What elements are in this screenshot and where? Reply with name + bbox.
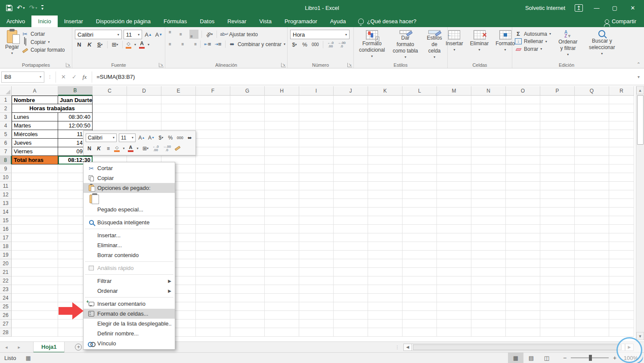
cell-O2[interactable] <box>506 104 540 113</box>
row-header-28[interactable]: 28 <box>0 328 12 337</box>
cell-J3[interactable] <box>334 113 368 121</box>
tab-archivo[interactable]: Archivo <box>0 16 31 27</box>
cell-P5[interactable] <box>540 130 575 139</box>
cell-N21[interactable] <box>471 268 506 276</box>
cell-J13[interactable] <box>334 199 368 208</box>
cell-M3[interactable] <box>437 113 471 121</box>
column-header-G[interactable]: G <box>230 86 265 96</box>
cell-M1[interactable] <box>437 96 471 104</box>
cell-F18[interactable] <box>196 242 230 251</box>
cell-G19[interactable] <box>230 251 265 259</box>
cell-R8[interactable] <box>609 156 634 164</box>
cell-P20[interactable] <box>540 259 575 268</box>
cell-K2[interactable] <box>368 104 402 113</box>
tab-insertar[interactable]: Insertar <box>58 16 90 27</box>
cell-P13[interactable] <box>540 199 575 208</box>
cell-H9[interactable] <box>265 164 299 173</box>
cell-J20[interactable] <box>334 259 368 268</box>
italic-button[interactable]: K <box>85 40 94 49</box>
cell-F6[interactable] <box>196 139 230 147</box>
cell-L14[interactable] <box>402 208 437 216</box>
cell-F27[interactable] <box>196 320 230 328</box>
font-color-icon[interactable]: A <box>139 40 145 49</box>
cell-I15[interactable] <box>299 216 334 225</box>
cell-R19[interactable] <box>609 251 634 259</box>
cell-R24[interactable] <box>609 294 634 302</box>
cell-J22[interactable] <box>334 276 368 285</box>
cell-J26[interactable] <box>334 311 368 320</box>
cell-H20[interactable] <box>265 259 299 268</box>
cell-Q10[interactable] <box>575 173 609 182</box>
paste-button[interactable]: Pegar ▾ <box>3 29 22 56</box>
decrease-decimal-icon[interactable]: →.00.0 <box>337 40 347 49</box>
row-header-23[interactable]: 23 <box>0 285 12 294</box>
cell-J12[interactable] <box>334 190 368 199</box>
menu-item-eliminar[interactable]: Eliminar... <box>84 240 175 250</box>
cell-L27[interactable] <box>402 320 437 328</box>
formula-bar-handle[interactable]: ⋮ <box>48 74 52 79</box>
cell-F5[interactable] <box>196 130 230 139</box>
cell-H28[interactable] <box>265 328 299 337</box>
cell-L7[interactable] <box>402 147 437 156</box>
cell-P26[interactable] <box>540 311 575 320</box>
cell-N15[interactable] <box>471 216 506 225</box>
autosum-button[interactable]: ΣAutosuma▾ <box>515 31 551 37</box>
cell-F25[interactable] <box>196 302 230 311</box>
cell-G16[interactable] <box>230 225 265 233</box>
column-header-C[interactable]: C <box>93 86 127 96</box>
cell-N10[interactable] <box>471 173 506 182</box>
row-header-4[interactable]: 4 <box>0 121 12 130</box>
cell-N26[interactable] <box>471 311 506 320</box>
undo-icon[interactable]: ↶▾ <box>17 4 25 12</box>
cell-R26[interactable] <box>609 311 634 320</box>
cell-Q6[interactable] <box>575 139 609 147</box>
column-header-R[interactable]: R <box>609 86 634 96</box>
cell-R25[interactable] <box>609 302 634 311</box>
increase-indent-icon[interactable]: ⇥≡ <box>214 40 222 49</box>
cell-L26[interactable] <box>402 311 437 320</box>
cell-I1[interactable] <box>299 96 334 104</box>
cell-H22[interactable] <box>265 276 299 285</box>
cell-F16[interactable] <box>196 225 230 233</box>
row-header-9[interactable]: 9 <box>0 164 12 173</box>
cell-H3[interactable] <box>265 113 299 121</box>
column-header-O[interactable]: O <box>506 86 540 96</box>
cell-A2-merged[interactable]: Horas trabajadas <box>12 104 93 113</box>
cell-R6[interactable] <box>609 139 634 147</box>
cell-O20[interactable] <box>506 259 540 268</box>
cell-M18[interactable] <box>437 242 471 251</box>
cell-I10[interactable] <box>299 173 334 182</box>
cell-F1[interactable] <box>196 96 230 104</box>
cell-K14[interactable] <box>368 208 402 216</box>
cell-K28[interactable] <box>368 328 402 337</box>
tab-ayuda[interactable]: Ayuda <box>324 16 353 27</box>
cell-N5[interactable] <box>471 130 506 139</box>
scroll-down-icon[interactable]: ▼ <box>636 332 644 340</box>
cell-P1[interactable] <box>540 96 575 104</box>
cell-J5[interactable] <box>334 130 368 139</box>
cell-G25[interactable] <box>230 302 265 311</box>
cell-G7[interactable] <box>230 147 265 156</box>
cell-L3[interactable] <box>402 113 437 121</box>
cell-O7[interactable] <box>506 147 540 156</box>
bold-button[interactable]: N <box>75 40 84 49</box>
cell-N22[interactable] <box>471 276 506 285</box>
cell-B1[interactable]: Juan Duarte <box>58 96 93 104</box>
dialog-launcher-icon[interactable]: ↘ <box>281 63 286 67</box>
cell-F13[interactable] <box>196 199 230 208</box>
zoom-out-icon[interactable]: − <box>562 354 567 361</box>
cell-O9[interactable] <box>506 164 540 173</box>
cell-O19[interactable] <box>506 251 540 259</box>
cell-R23[interactable] <box>609 285 634 294</box>
cell-G4[interactable] <box>230 121 265 130</box>
cell-K17[interactable] <box>368 233 402 242</box>
mini-font-name-combo[interactable]: Calibri▾ <box>86 133 117 142</box>
cell-L9[interactable] <box>402 164 437 173</box>
cell-K13[interactable] <box>368 199 402 208</box>
menu-item-busqueda-inteligente[interactable]: Búsqueda inteligente <box>84 217 175 227</box>
cell-D3[interactable] <box>127 113 161 121</box>
cell-G9[interactable] <box>230 164 265 173</box>
cell-L6[interactable] <box>402 139 437 147</box>
cell-Q2[interactable] <box>575 104 609 113</box>
maximize-button[interactable]: ▢ <box>610 5 619 11</box>
